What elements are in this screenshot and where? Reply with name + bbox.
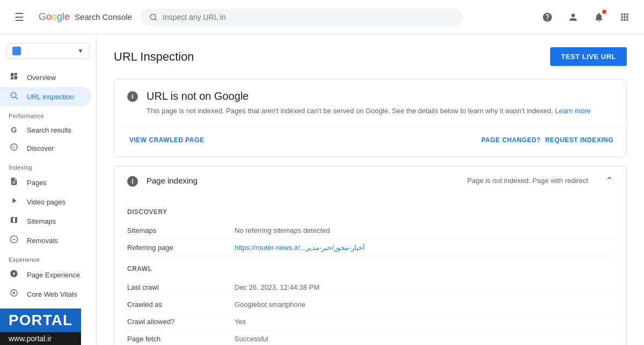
- search-icon: [149, 13, 157, 21]
- sidebar-section-experience: Experience: [0, 250, 96, 265]
- svg-line-3: [16, 97, 18, 99]
- chevron-up-icon: ⌃: [605, 175, 613, 187]
- sidebar-item-search-results[interactable]: G Search results: [0, 121, 92, 138]
- search-results-icon: G: [9, 126, 19, 134]
- app-layout: ▼ Overview URL inspection Performance G …: [0, 34, 644, 345]
- sidebar-item-sitemaps[interactable]: Sitemaps: [0, 211, 92, 231]
- removals-icon: [9, 235, 19, 246]
- apps-grid-icon[interactable]: [614, 6, 635, 28]
- sidebar-item-label: URL inspection: [27, 93, 74, 101]
- detail-value: https://router-news.ir/...أخبار-محور/خبر…: [235, 244, 613, 252]
- page-experience-icon: [9, 269, 19, 280]
- svg-point-2: [11, 93, 16, 98]
- detail-label: Last crawl: [127, 283, 235, 291]
- svg-point-0: [150, 14, 156, 19]
- sidebar-item-discover[interactable]: Discover: [0, 138, 92, 158]
- sidebar-item-label: Video pages: [27, 198, 65, 206]
- request-indexing-button[interactable]: REQUEST INDEXING: [545, 136, 613, 144]
- property-selector[interactable]: ▼: [6, 43, 90, 59]
- sidebar-item-page-experience[interactable]: Page Experience: [0, 265, 92, 284]
- topbar-icons: [537, 6, 635, 28]
- detail-value: Dec 26, 2023, 12:44:38 PM: [235, 283, 613, 291]
- video-pages-icon: [9, 196, 19, 207]
- table-row: Sitemaps No referring sitemaps detected: [127, 222, 613, 239]
- sidebar-item-label: Core Web Vitals: [27, 290, 77, 298]
- page-title: URL Inspection: [114, 50, 194, 64]
- url-inspection-icon: [9, 91, 19, 102]
- info-icon: i: [127, 91, 138, 102]
- card-title: URL is not on Google: [147, 90, 591, 102]
- sidebar-item-label: HTTPS: [27, 310, 50, 318]
- account-icon[interactable]: [562, 6, 584, 28]
- card-header: i URL is not on Google This page is not …: [114, 79, 626, 127]
- sidebar-item-label: Pages: [27, 179, 47, 187]
- sidebar-section-indexing: Indexing: [0, 158, 96, 173]
- sidebar-item-core-web-vitals[interactable]: Core Web Vitals: [0, 284, 92, 304]
- test-live-url-button[interactable]: TEST LIVE URL: [550, 47, 627, 66]
- hamburger-icon[interactable]: ☰: [9, 6, 30, 28]
- sidebar-item-label: Overview: [27, 74, 56, 82]
- app-logo: Google Search Console: [39, 11, 132, 23]
- view-crawled-page-button[interactable]: VIEW CRAWLED PAGE: [127, 132, 207, 148]
- card-content: URL is not on Google This page is not in…: [147, 90, 591, 116]
- detail-value: Yes: [235, 318, 613, 326]
- indexing-info-icon: i: [127, 176, 138, 187]
- property-color: [12, 47, 21, 55]
- table-row: Referring page https://router-news.ir/..…: [127, 239, 613, 256]
- notification-badge: [602, 10, 606, 14]
- detail-label: Crawl allowed?: [127, 318, 235, 326]
- topbar: ☰ Google Search Console: [0, 0, 644, 34]
- chevron-down-icon: ▼: [77, 47, 84, 55]
- indexing-card-header[interactable]: i Page indexing Page is not indexed: Pag…: [114, 166, 626, 195]
- sidebar-section-shopping: Shopping: [0, 323, 96, 338]
- sidebar-item-url-inspection[interactable]: URL inspection: [0, 87, 92, 106]
- sidebar-item-removals[interactable]: Removals: [0, 231, 92, 250]
- sidebar-item-video-pages[interactable]: Video pages: [0, 192, 92, 211]
- sidebar-item-label: Sitemaps: [27, 217, 56, 225]
- referring-page-link[interactable]: https://router-news.ir/...أخبار-محور/خبر…: [235, 244, 365, 252]
- learn-more-link[interactable]: Learn more: [555, 107, 590, 115]
- page-indexing-card: i Page indexing Page is not indexed: Pag…: [114, 166, 627, 346]
- sidebar-item-label: Page Experience: [27, 271, 80, 279]
- detail-value: Googlebot smartphone: [235, 300, 613, 309]
- notification-icon[interactable]: [588, 6, 610, 28]
- pages-icon: [9, 177, 19, 188]
- sidebar-item-overview[interactable]: Overview: [0, 68, 92, 87]
- discovery-section-title: Discovery: [127, 208, 613, 216]
- crawl-section-title: Crawl: [127, 265, 613, 273]
- logo-text: Google Search Console: [39, 11, 132, 23]
- sidebar-item-label: Discover: [27, 144, 54, 152]
- card-actions: VIEW CRAWLED PAGE Page changed? REQUEST …: [114, 127, 626, 157]
- sidebar-section-performance: Performance: [0, 106, 96, 121]
- overview-icon: [9, 72, 19, 83]
- svg-line-1: [155, 18, 156, 20]
- detail-label: Referring page: [127, 244, 235, 252]
- https-icon: [9, 308, 19, 319]
- card-description: This page is not indexed. Pages that are…: [147, 106, 591, 116]
- sidebar-item-product-snippets[interactable]: Product snippets: [0, 338, 92, 345]
- table-row: Crawl allowed? Yes: [127, 313, 613, 331]
- table-row: Crawled as Googlebot smartphone: [127, 296, 613, 313]
- core-web-vitals-icon: [9, 289, 19, 299]
- sidebar-item-pages[interactable]: Pages: [0, 173, 92, 192]
- help-icon[interactable]: [537, 6, 558, 28]
- svg-point-7: [13, 292, 15, 294]
- sidebar-item-label: Search results: [27, 126, 71, 134]
- sitemaps-icon: [9, 216, 19, 226]
- table-row: Page fetch Successful: [127, 331, 613, 346]
- detail-label: Page fetch: [127, 335, 235, 343]
- discover-icon: [9, 143, 19, 153]
- url-search-bar[interactable]: [141, 9, 463, 26]
- page-changed-label: Page changed?: [481, 136, 541, 144]
- indexing-card-body: Discovery Sitemaps No referring sitemaps…: [114, 195, 626, 346]
- sidebar-item-https[interactable]: HTTPS: [0, 304, 92, 323]
- product-snippets-icon: [9, 342, 19, 345]
- detail-label: Crawled as: [127, 300, 235, 309]
- url-not-indexed-card: i URL is not on Google This page is not …: [114, 79, 627, 157]
- url-search-input[interactable]: [163, 13, 454, 21]
- page-changed-section: Page changed? REQUEST INDEXING: [481, 136, 613, 144]
- indexing-card-title: Page indexing: [147, 176, 197, 185]
- page-header: URL Inspection TEST LIVE URL: [114, 47, 627, 66]
- detail-label: Sitemaps: [127, 226, 235, 234]
- sidebar-item-label: Removals: [27, 237, 58, 245]
